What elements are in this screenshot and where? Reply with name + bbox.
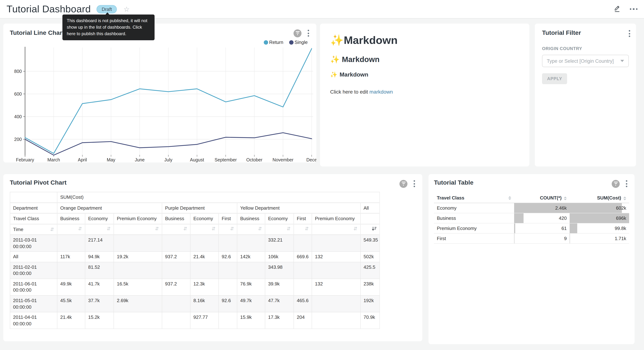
origin-country-select[interactable]: Type or Select [Origin Country] <box>542 55 629 67</box>
pivot-cell <box>190 235 218 252</box>
cross-filter-icon[interactable] <box>400 180 408 188</box>
sort-icon[interactable]: ⇵ <box>212 226 216 231</box>
legend-item[interactable]: Return <box>264 40 283 45</box>
pivot-sort-cell[interactable]: ⇵ <box>85 224 114 235</box>
pivot-sort-cell[interactable]: ⇵ <box>294 224 312 235</box>
pivot-cell: 465.6 <box>294 296 312 312</box>
draft-badge[interactable]: Draft <box>96 5 117 13</box>
pivot-cell <box>114 312 162 329</box>
pivot-row-label: 2011-05-01 00:00:00 <box>10 296 57 312</box>
pivot-cell: 132 <box>312 279 360 296</box>
pivot-sort-cell[interactable]: ⇵ <box>57 224 85 235</box>
pivot-sort-cell[interactable]: ⇵ <box>237 224 265 235</box>
markdown-edit-link[interactable]: markdown <box>369 89 393 95</box>
sort-icon[interactable]: ⇵ <box>258 226 262 231</box>
table-row[interactable]: Premium Economy6199.8k <box>434 223 629 234</box>
pivot-cell: 192k <box>360 296 380 312</box>
sort-icon[interactable]: ⇵ <box>107 226 111 231</box>
column-header-travel-class[interactable]: Travel Class <box>434 193 514 203</box>
pivot-cell <box>162 262 190 279</box>
chart-menu-icon[interactable] <box>625 180 628 188</box>
pivot-sort-cell[interactable]: ⇵ <box>218 224 237 235</box>
legend-dot <box>289 40 294 44</box>
sort-icon[interactable]: ⇵ <box>305 226 309 231</box>
sort-icon[interactable]: ⇵ <box>78 226 82 231</box>
pivot-sort-cell[interactable]: ⇵ <box>162 224 190 235</box>
pivot-sort-cell[interactable] <box>360 224 380 235</box>
data-bar <box>514 224 516 233</box>
column-header-sum-cost[interactable]: SUM(Cost) <box>570 193 629 203</box>
favorite-star-icon[interactable]: ☆ <box>124 6 130 12</box>
pivot-cell <box>162 312 190 329</box>
pivot-cell: 669.6 <box>294 252 312 262</box>
pivot-data-row: All117k94.9k19.2k937.221.4k92.6142k106k6… <box>10 252 380 262</box>
sort-icon[interactable] <box>623 196 626 200</box>
pivot-time-label: Time⇵ <box>10 224 57 235</box>
svg-text:May: May <box>107 157 116 162</box>
pivot-sort-cell[interactable]: ⇵ <box>114 224 162 235</box>
pivot-travel-class-header: Economy <box>265 213 294 224</box>
pivot-sort-cell[interactable]: ⇵ <box>190 224 218 235</box>
pivot-cell: 8.16k <box>190 296 218 312</box>
pivot-row-label: 2011-02-01 00:00:00 <box>10 262 57 279</box>
table-row[interactable]: Business420696k <box>434 213 629 223</box>
chart-legend[interactable]: ReturnSingle <box>264 40 308 45</box>
pivot-sort-cell[interactable]: ⇵ <box>312 224 360 235</box>
pivot-cell: 238k <box>360 279 380 296</box>
pivot-travel-class-header: First <box>218 213 237 224</box>
svg-text:September: September <box>214 157 237 162</box>
pivot-cell <box>162 296 190 312</box>
pivot-cell <box>57 235 85 252</box>
table-title: Tutorial Table <box>434 179 474 186</box>
sort-icon[interactable]: ⇵ <box>230 226 234 231</box>
pivot-cell: 16.5k <box>114 279 162 296</box>
sum-cost-cell: 696k <box>570 213 629 223</box>
sort-icon[interactable] <box>564 196 567 200</box>
markdown-h1: ✨Markdown <box>330 34 519 46</box>
pivot-cell <box>57 262 85 279</box>
chevron-down-icon <box>620 60 624 62</box>
pivot-travel-class-row: Travel ClassBusinessEconomyPremium Econo… <box>10 213 380 224</box>
sort-desc-active-icon[interactable] <box>372 226 376 232</box>
svg-text:800: 800 <box>14 69 22 74</box>
apply-button[interactable]: APPLY <box>542 73 567 84</box>
pivot-cell: 2.69k <box>114 296 162 312</box>
pivot-row-label: 2011-04-01 00:00:00 <box>10 312 57 329</box>
data-bar <box>570 234 570 243</box>
travel-class-cell: Economy <box>434 203 514 213</box>
sort-icon[interactable]: ⇵ <box>183 226 187 231</box>
markdown-h3: ✨Markdown <box>330 71 519 78</box>
data-bar <box>514 234 514 243</box>
svg-text:October: October <box>246 157 262 162</box>
pivot-sort-cell[interactable]: ⇵ <box>265 224 294 235</box>
table-row[interactable]: First91.71k <box>434 234 629 244</box>
chart-menu-icon[interactable] <box>413 180 416 188</box>
column-header-count[interactable]: COUNT(*) <box>514 193 570 203</box>
legend-label: Single <box>294 40 308 45</box>
pivot-department-header: Purple Department <box>162 202 237 213</box>
svg-text:November: November <box>272 157 293 162</box>
table-row[interactable]: Economy2.46k602k <box>434 203 629 213</box>
markdown-panel: ✨Markdown ✨Markdown ✨Markdown Click here… <box>320 24 529 166</box>
pivot-cell: 21.4k <box>190 252 218 262</box>
sort-icon[interactable]: ⇵ <box>50 227 54 232</box>
pivot-cell: 39.9k <box>265 279 294 296</box>
sort-icon[interactable]: ⇵ <box>354 226 357 231</box>
edit-dashboard-icon[interactable] <box>613 4 621 14</box>
cross-filter-icon[interactable] <box>612 180 620 188</box>
pivot-travel-class-header: Premium Economy <box>312 213 360 224</box>
sort-icon[interactable]: ⇵ <box>287 226 290 231</box>
pivot-cell: 49.9k <box>57 279 85 296</box>
page-title: Tutorial Dashboard <box>6 4 91 15</box>
pivot-cell: 204 <box>294 312 312 329</box>
sort-icon[interactable]: ⇵ <box>155 226 159 231</box>
pivot-travel-class-header: Business <box>57 213 85 224</box>
filter-menu-icon[interactable] <box>628 30 631 38</box>
pivot-travel-class-header <box>360 213 380 224</box>
svg-text:June: June <box>135 157 144 162</box>
pivot-cell: 17.3k <box>265 312 294 329</box>
pivot-cell: 37.7k <box>85 296 114 312</box>
legend-item[interactable]: Single <box>289 40 308 45</box>
more-actions-icon[interactable] <box>630 8 638 10</box>
sort-icon[interactable] <box>508 196 511 200</box>
